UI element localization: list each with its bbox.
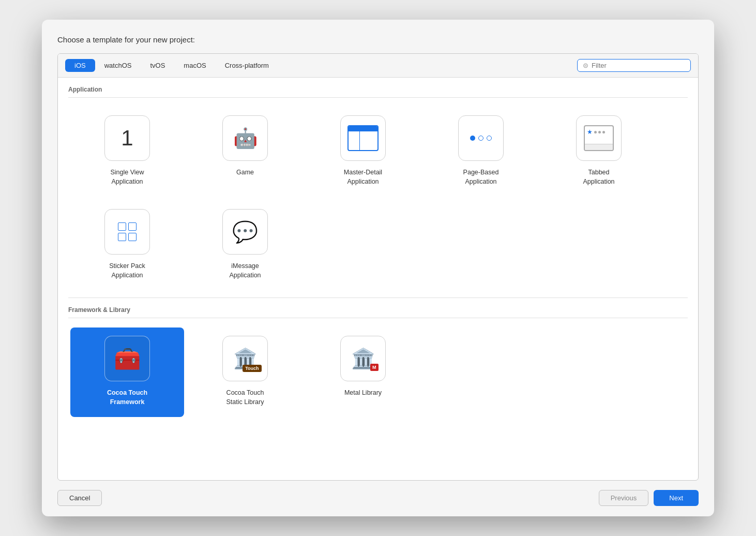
imessage-icon: 💬	[222, 209, 268, 255]
tabbed-body: ★	[585, 126, 613, 144]
template-master-detail[interactable]: Master-DetailApplication	[306, 107, 420, 197]
previous-button[interactable]: Previous	[599, 490, 649, 506]
cocoa-touch-framework-icon: 🧰	[104, 336, 150, 381]
touch-badge: Touch	[243, 365, 261, 372]
sticker-glyph	[116, 220, 139, 243]
tab-ios[interactable]: iOS	[65, 59, 95, 72]
template-single-view-label: Single ViewApplication	[110, 168, 144, 186]
dot-sm-3	[602, 131, 605, 133]
filter-icon: ⊜	[583, 62, 588, 69]
game-glyph: 🤖	[233, 127, 258, 150]
section-framework-library: Framework & Library 🧰 Cocoa TouchFramewo…	[58, 298, 698, 424]
template-sticker-pack[interactable]: Sticker PackApplication	[70, 201, 184, 290]
metal-badge: M	[370, 364, 379, 371]
dot-empty-2	[487, 136, 492, 141]
template-tabbed-label: TabbedApplication	[583, 168, 614, 186]
dot-filled	[470, 136, 475, 141]
game-icon: 🤖	[222, 115, 268, 161]
next-button[interactable]: Next	[654, 490, 699, 506]
template-sticker-pack-label: Sticker PackApplication	[109, 262, 145, 280]
split-view-glyph	[347, 125, 379, 151]
framework-grid: 🧰 Cocoa TouchFramework 🏛️ Touch	[68, 325, 688, 419]
template-game[interactable]: 🤖 Game	[188, 107, 302, 197]
template-metal-library-label: Metal Library	[344, 389, 382, 398]
sticker-cell-2	[128, 222, 137, 231]
page-based-glyph	[470, 136, 492, 141]
dialog-footer: Cancel Previous Next	[57, 481, 699, 506]
template-cocoa-touch-framework-label: Cocoa TouchFramework	[107, 389, 147, 407]
split-header	[349, 126, 377, 131]
page-based-icon	[458, 115, 504, 161]
dot-sm-2	[598, 131, 601, 133]
master-detail-icon	[340, 115, 386, 161]
main-panel: iOS watchOS tvOS macOS Cross-platform ⊜ …	[58, 54, 698, 480]
tabbed-row: ★	[587, 128, 611, 136]
template-chooser-dialog: Choose a template for your new project: …	[42, 20, 714, 516]
section-application-title: Application	[68, 86, 688, 98]
template-metal-library[interactable]: 🏛️ M Metal Library	[306, 327, 420, 417]
split-left	[349, 131, 360, 150]
template-area: Application 1 Single ViewApplication	[58, 78, 698, 480]
tab-watchos[interactable]: watchOS	[95, 59, 141, 72]
section-application: Application 1 Single ViewApplication	[58, 78, 698, 297]
sticker-cell-3	[118, 233, 126, 241]
application-grid: 1 Single ViewApplication 🤖 Game	[68, 105, 688, 199]
template-page-based[interactable]: Page-BasedApplication	[424, 107, 538, 197]
metal-glyph: 🏛️ M	[351, 347, 375, 370]
filter-input[interactable]	[592, 62, 685, 69]
framework-toolbox-glyph: 🧰	[114, 346, 141, 371]
number-one-glyph: 1	[121, 126, 133, 151]
metal-library-icon: 🏛️ M	[340, 336, 386, 381]
template-imessage[interactable]: 💬 iMessageApplication	[188, 201, 302, 290]
template-cocoa-touch-static[interactable]: 🏛️ Touch Cocoa TouchStatic Library	[188, 327, 302, 417]
template-game-label: Game	[236, 168, 254, 177]
dialog-title: Choose a template for your new project:	[57, 35, 699, 44]
tab-cross-platform[interactable]: Cross-platform	[216, 59, 278, 72]
tabbar-glyph	[585, 144, 613, 150]
tab-macos[interactable]: macOS	[174, 59, 215, 72]
section-framework-title: Framework & Library	[68, 306, 688, 318]
split-body	[349, 131, 377, 150]
tabbed-glyph: ★	[584, 125, 614, 151]
dot-sm-1	[594, 131, 597, 133]
filter-wrapper: ⊜	[577, 59, 691, 72]
star-glyph: ★	[587, 128, 593, 136]
cocoa-touch-static-icon: 🏛️ Touch	[222, 336, 268, 381]
template-cocoa-touch-framework[interactable]: 🧰 Cocoa TouchFramework	[70, 327, 184, 417]
cancel-button[interactable]: Cancel	[57, 490, 102, 506]
sticker-cell-1	[118, 222, 126, 231]
content-area: iOS watchOS tvOS macOS Cross-platform ⊜ …	[57, 53, 699, 481]
navigation-buttons: Previous Next	[599, 490, 699, 506]
single-view-icon: 1	[104, 115, 150, 161]
template-master-detail-label: Master-DetailApplication	[344, 168, 382, 186]
tab-tvos[interactable]: tvOS	[141, 59, 174, 72]
imessage-glyph: 💬	[232, 220, 258, 244]
template-single-view[interactable]: 1 Single ViewApplication	[70, 107, 184, 197]
cocoa-static-glyph: 🏛️ Touch	[233, 347, 258, 370]
tabbed-icon: ★	[576, 115, 622, 161]
template-cocoa-touch-static-label: Cocoa TouchStatic Library	[226, 389, 264, 407]
dot-empty-1	[478, 136, 483, 141]
sticker-cell-4	[128, 233, 137, 241]
template-tabbed[interactable]: ★ TabbedApplication	[542, 107, 656, 197]
template-page-based-label: Page-BasedApplication	[463, 168, 499, 186]
template-imessage-label: iMessageApplication	[229, 262, 261, 280]
application-grid-row2: Sticker PackApplication 💬 iMessageApplic…	[68, 199, 688, 292]
tab-bar: iOS watchOS tvOS macOS Cross-platform ⊜	[58, 54, 698, 78]
sticker-pack-icon	[104, 209, 150, 255]
